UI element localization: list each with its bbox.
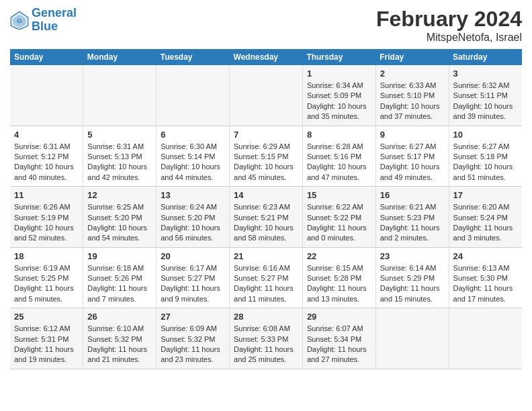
calendar-day-cell: 1Sunrise: 6:34 AM Sunset: 5:09 PM Daylig… bbox=[302, 65, 375, 126]
calendar-day-cell: 3Sunrise: 6:32 AM Sunset: 5:11 PM Daylig… bbox=[449, 65, 522, 126]
day-number: 1 bbox=[307, 68, 371, 79]
calendar-day-cell: 23Sunrise: 6:14 AM Sunset: 5:29 PM Dayli… bbox=[375, 247, 449, 308]
calendar-day-cell bbox=[449, 308, 522, 369]
day-info: Sunrise: 6:12 AM Sunset: 5:31 PM Dayligh… bbox=[14, 324, 79, 365]
day-number: 28 bbox=[234, 312, 298, 322]
calendar-subtitle: MitspeNetofa, Israel bbox=[376, 32, 522, 44]
calendar-day-cell: 2Sunrise: 6:33 AM Sunset: 5:10 PM Daylig… bbox=[375, 65, 449, 126]
calendar-day-cell: 18Sunrise: 6:19 AM Sunset: 5:25 PM Dayli… bbox=[10, 247, 83, 308]
day-number: 7 bbox=[234, 130, 298, 140]
calendar-day-cell: 7Sunrise: 6:29 AM Sunset: 5:15 PM Daylig… bbox=[230, 126, 303, 187]
calendar-day-cell: 17Sunrise: 6:20 AM Sunset: 5:24 PM Dayli… bbox=[449, 187, 522, 248]
day-number: 14 bbox=[234, 190, 298, 200]
day-info: Sunrise: 6:26 AM Sunset: 5:19 PM Dayligh… bbox=[14, 202, 79, 244]
calendar-week-row: 11Sunrise: 6:26 AM Sunset: 5:19 PM Dayli… bbox=[10, 187, 522, 248]
day-info: Sunrise: 6:22 AM Sunset: 5:22 PM Dayligh… bbox=[307, 202, 371, 244]
svg-text:G: G bbox=[17, 17, 22, 24]
day-number: 12 bbox=[87, 190, 152, 200]
calendar-week-row: 18Sunrise: 6:19 AM Sunset: 5:25 PM Dayli… bbox=[10, 247, 522, 308]
day-number: 18 bbox=[14, 251, 79, 261]
calendar-day-cell: 5Sunrise: 6:31 AM Sunset: 5:13 PM Daylig… bbox=[83, 126, 157, 187]
calendar-day-cell bbox=[10, 65, 83, 126]
calendar-week-row: 1Sunrise: 6:34 AM Sunset: 5:09 PM Daylig… bbox=[10, 65, 522, 126]
calendar-day-cell: 21Sunrise: 6:16 AM Sunset: 5:27 PM Dayli… bbox=[230, 247, 303, 308]
day-info: Sunrise: 6:13 AM Sunset: 5:30 PM Dayligh… bbox=[453, 263, 518, 305]
calendar-title: February 2024 bbox=[376, 7, 522, 32]
day-number: 15 bbox=[307, 190, 371, 200]
day-info: Sunrise: 6:31 AM Sunset: 5:13 PM Dayligh… bbox=[87, 142, 152, 183]
calendar-week-row: 4Sunrise: 6:31 AM Sunset: 5:12 PM Daylig… bbox=[10, 126, 522, 187]
day-info: Sunrise: 6:27 AM Sunset: 5:17 PM Dayligh… bbox=[380, 142, 445, 183]
day-number: 19 bbox=[87, 251, 152, 261]
calendar-day-cell: 16Sunrise: 6:21 AM Sunset: 5:23 PM Dayli… bbox=[375, 187, 449, 248]
day-number: 8 bbox=[307, 130, 371, 140]
weekday-header: Wednesday bbox=[230, 49, 303, 65]
day-info: Sunrise: 6:16 AM Sunset: 5:27 PM Dayligh… bbox=[234, 263, 298, 305]
calendar-day-cell: 14Sunrise: 6:23 AM Sunset: 5:21 PM Dayli… bbox=[230, 187, 303, 248]
day-number: 29 bbox=[307, 312, 371, 322]
day-number: 2 bbox=[380, 68, 445, 79]
calendar-day-cell: 9Sunrise: 6:27 AM Sunset: 5:17 PM Daylig… bbox=[375, 126, 449, 187]
day-info: Sunrise: 6:19 AM Sunset: 5:25 PM Dayligh… bbox=[14, 263, 79, 305]
calendar-day-cell: 4Sunrise: 6:31 AM Sunset: 5:12 PM Daylig… bbox=[10, 126, 83, 187]
day-number: 16 bbox=[380, 190, 445, 200]
day-info: Sunrise: 6:10 AM Sunset: 5:32 PM Dayligh… bbox=[87, 324, 152, 365]
day-info: Sunrise: 6:17 AM Sunset: 5:27 PM Dayligh… bbox=[161, 263, 225, 305]
logo-icon: G bbox=[10, 11, 29, 30]
calendar-day-cell: 24Sunrise: 6:13 AM Sunset: 5:30 PM Dayli… bbox=[449, 247, 522, 308]
calendar-day-cell: 13Sunrise: 6:24 AM Sunset: 5:20 PM Dayli… bbox=[157, 187, 230, 248]
calendar-day-cell: 26Sunrise: 6:10 AM Sunset: 5:32 PM Dayli… bbox=[83, 308, 157, 369]
day-number: 4 bbox=[14, 130, 79, 140]
weekday-header: Sunday bbox=[10, 49, 83, 65]
day-info: Sunrise: 6:32 AM Sunset: 5:11 PM Dayligh… bbox=[453, 81, 518, 122]
day-number: 21 bbox=[234, 251, 298, 261]
day-number: 22 bbox=[307, 251, 371, 261]
weekday-header: Thursday bbox=[302, 49, 375, 65]
day-info: Sunrise: 6:07 AM Sunset: 5:34 PM Dayligh… bbox=[307, 324, 371, 365]
day-info: Sunrise: 6:30 AM Sunset: 5:14 PM Dayligh… bbox=[161, 142, 225, 183]
day-number: 24 bbox=[453, 251, 518, 261]
day-number: 23 bbox=[380, 251, 445, 261]
day-info: Sunrise: 6:15 AM Sunset: 5:28 PM Dayligh… bbox=[307, 263, 371, 305]
day-info: Sunrise: 6:09 AM Sunset: 5:32 PM Dayligh… bbox=[161, 324, 225, 365]
day-number: 13 bbox=[161, 190, 225, 200]
day-number: 17 bbox=[453, 190, 518, 200]
day-info: Sunrise: 6:08 AM Sunset: 5:33 PM Dayligh… bbox=[234, 324, 298, 365]
day-info: Sunrise: 6:21 AM Sunset: 5:23 PM Dayligh… bbox=[380, 202, 445, 244]
day-number: 9 bbox=[380, 130, 445, 140]
weekday-header: Tuesday bbox=[157, 49, 230, 65]
day-info: Sunrise: 6:29 AM Sunset: 5:15 PM Dayligh… bbox=[234, 142, 298, 183]
day-number: 6 bbox=[161, 130, 225, 140]
weekday-header: Monday bbox=[83, 49, 157, 65]
day-info: Sunrise: 6:33 AM Sunset: 5:10 PM Dayligh… bbox=[380, 81, 445, 122]
day-number: 26 bbox=[87, 312, 152, 322]
day-number: 5 bbox=[87, 130, 152, 140]
page-header: G General Blue February 2024 MitspeNetof… bbox=[10, 7, 522, 44]
calendar-week-row: 25Sunrise: 6:12 AM Sunset: 5:31 PM Dayli… bbox=[10, 308, 522, 369]
calendar-day-cell bbox=[375, 308, 449, 369]
calendar-table: SundayMondayTuesdayWednesdayThursdayFrid… bbox=[10, 49, 522, 369]
day-info: Sunrise: 6:20 AM Sunset: 5:24 PM Dayligh… bbox=[453, 202, 518, 244]
day-number: 20 bbox=[161, 251, 225, 261]
logo-text: General Blue bbox=[32, 7, 77, 34]
weekday-header-row: SundayMondayTuesdayWednesdayThursdayFrid… bbox=[10, 49, 522, 65]
day-info: Sunrise: 6:24 AM Sunset: 5:20 PM Dayligh… bbox=[161, 202, 225, 244]
day-info: Sunrise: 6:28 AM Sunset: 5:16 PM Dayligh… bbox=[307, 142, 371, 183]
calendar-day-cell bbox=[157, 65, 230, 126]
weekday-header: Friday bbox=[375, 49, 449, 65]
calendar-day-cell: 27Sunrise: 6:09 AM Sunset: 5:32 PM Dayli… bbox=[157, 308, 230, 369]
calendar-day-cell: 25Sunrise: 6:12 AM Sunset: 5:31 PM Dayli… bbox=[10, 308, 83, 369]
calendar-day-cell: 20Sunrise: 6:17 AM Sunset: 5:27 PM Dayli… bbox=[157, 247, 230, 308]
day-info: Sunrise: 6:25 AM Sunset: 5:20 PM Dayligh… bbox=[87, 202, 152, 244]
calendar-day-cell: 8Sunrise: 6:28 AM Sunset: 5:16 PM Daylig… bbox=[302, 126, 375, 187]
calendar-day-cell: 22Sunrise: 6:15 AM Sunset: 5:28 PM Dayli… bbox=[302, 247, 375, 308]
day-info: Sunrise: 6:14 AM Sunset: 5:29 PM Dayligh… bbox=[380, 263, 445, 305]
day-number: 27 bbox=[161, 312, 225, 322]
calendar-day-cell: 28Sunrise: 6:08 AM Sunset: 5:33 PM Dayli… bbox=[230, 308, 303, 369]
calendar-day-cell: 12Sunrise: 6:25 AM Sunset: 5:20 PM Dayli… bbox=[83, 187, 157, 248]
day-info: Sunrise: 6:31 AM Sunset: 5:12 PM Dayligh… bbox=[14, 142, 79, 183]
calendar-day-cell: 15Sunrise: 6:22 AM Sunset: 5:22 PM Dayli… bbox=[302, 187, 375, 248]
title-block: February 2024 MitspeNetofa, Israel bbox=[376, 7, 522, 44]
calendar-day-cell bbox=[83, 65, 157, 126]
day-info: Sunrise: 6:34 AM Sunset: 5:09 PM Dayligh… bbox=[307, 81, 371, 122]
